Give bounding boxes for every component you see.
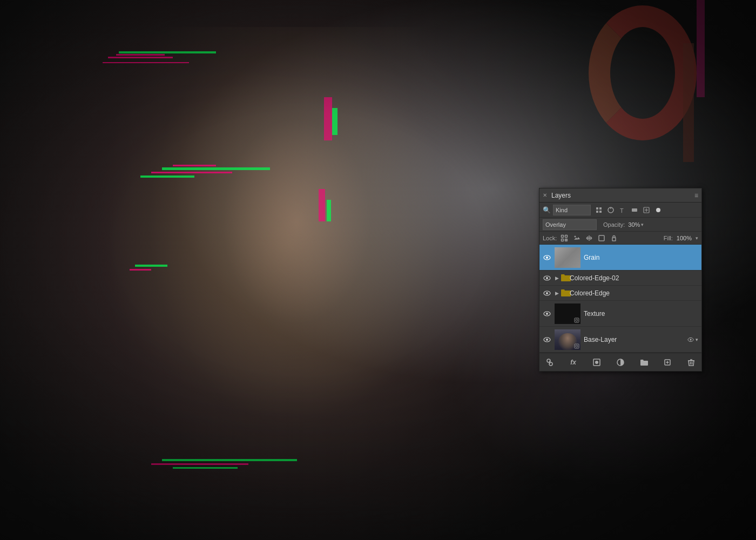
layer-item-group[interactable]: ▶ Colored-Edge bbox=[539, 286, 701, 301]
opacity-chevron[interactable]: ▾ bbox=[641, 222, 644, 227]
layer-item-base[interactable]: Base-Layer ▾ bbox=[539, 327, 701, 353]
glitch-bar bbox=[130, 269, 151, 271]
svg-point-29 bbox=[546, 313, 548, 315]
glitch-bar bbox=[173, 165, 216, 166]
svg-point-37 bbox=[690, 339, 692, 340]
layers-panel: ✕ Layers ≡ 🔍 Kind T bbox=[539, 188, 702, 372]
group-collapse-arrow-2[interactable]: ▶ bbox=[554, 290, 560, 296]
layers-list: Grain ▶ Colored-Edge-02 ▶ Colored-Edge bbox=[539, 245, 701, 353]
fill-value: 100% bbox=[677, 235, 692, 241]
layer-thumbnail-base bbox=[555, 329, 580, 350]
search-icon: 🔍 bbox=[543, 206, 551, 214]
filter-type-icon[interactable]: T bbox=[618, 205, 627, 215]
svg-point-31 bbox=[576, 319, 578, 321]
opacity-label: Opacity: bbox=[603, 221, 625, 228]
layer-extra-icons: ▾ bbox=[687, 336, 698, 343]
panel-close-button[interactable]: ✕ bbox=[543, 193, 548, 198]
folder-icon-2 bbox=[561, 289, 570, 298]
glitch-bar bbox=[162, 459, 297, 461]
filter-dot[interactable] bbox=[653, 205, 663, 215]
svg-rect-10 bbox=[565, 235, 568, 237]
filter-icons: T bbox=[594, 205, 663, 215]
glitch-bar bbox=[116, 54, 165, 56]
svg-rect-20 bbox=[599, 235, 604, 241]
opacity-value: 30% bbox=[628, 221, 640, 228]
lock-label: Lock: bbox=[543, 235, 557, 241]
glitch-bar bbox=[319, 189, 325, 221]
link-layers-button[interactable] bbox=[544, 356, 556, 368]
delete-layer-button[interactable] bbox=[685, 356, 697, 368]
layer-thumbnail-texture bbox=[555, 303, 580, 324]
glitch-bar bbox=[140, 176, 194, 178]
lock-row: Lock: Fill: 100% ▾ bbox=[539, 232, 701, 245]
layer-visibility-texture[interactable] bbox=[543, 309, 551, 318]
layer-name-grain: Grain bbox=[584, 254, 698, 261]
layer-item[interactable]: Grain bbox=[539, 245, 701, 271]
fill-label: Fill: bbox=[664, 235, 673, 241]
layer-visibility-colored-edge[interactable] bbox=[543, 289, 551, 298]
panel-header-left: ✕ Layers bbox=[543, 192, 571, 199]
lock-position-button[interactable] bbox=[584, 233, 594, 243]
filter-shape-icon[interactable] bbox=[630, 205, 639, 215]
layer-collapse-icon[interactable]: ▾ bbox=[696, 337, 698, 342]
glitch-bar bbox=[327, 200, 331, 221]
svg-rect-11 bbox=[562, 239, 564, 241]
add-adjustment-button[interactable] bbox=[615, 356, 626, 368]
svg-point-27 bbox=[546, 292, 548, 294]
glitch-bar bbox=[162, 167, 270, 170]
add-mask-button[interactable] bbox=[591, 356, 603, 368]
filter-adjustment-icon[interactable] bbox=[606, 205, 616, 215]
svg-rect-0 bbox=[596, 207, 598, 210]
svg-point-35 bbox=[576, 345, 578, 347]
layer-visibility-grain[interactable] bbox=[543, 253, 551, 262]
svg-rect-1 bbox=[599, 207, 602, 210]
effects-eye-icon bbox=[687, 336, 694, 343]
layer-item-texture[interactable]: Texture bbox=[539, 301, 701, 327]
filter-smartobj-icon[interactable] bbox=[642, 205, 651, 215]
create-layer-button[interactable] bbox=[662, 356, 673, 368]
glitch-bar bbox=[151, 463, 248, 465]
svg-rect-30 bbox=[575, 318, 579, 322]
layer-effects-button[interactable]: fx bbox=[568, 356, 579, 368]
blend-mode-row: Overlay Opacity: 30% ▾ bbox=[539, 218, 701, 232]
panel-title: Layers bbox=[551, 192, 571, 199]
svg-text:T: T bbox=[620, 207, 624, 214]
layer-visibility-colored-edge-02[interactable] bbox=[543, 274, 551, 282]
glitch-bar bbox=[108, 57, 173, 58]
svg-point-13 bbox=[575, 235, 576, 237]
layer-name-base: Base-Layer bbox=[584, 336, 687, 343]
blend-mode-select[interactable]: Overlay bbox=[543, 219, 597, 230]
deco-circle bbox=[589, 5, 697, 140]
glitch-bar bbox=[119, 51, 216, 53]
group-collapse-arrow[interactable]: ▶ bbox=[554, 275, 560, 281]
svg-rect-7 bbox=[632, 208, 637, 212]
lock-artboard-button[interactable] bbox=[597, 233, 606, 243]
svg-rect-21 bbox=[612, 238, 616, 241]
folder-icon bbox=[561, 274, 570, 282]
layer-name-colored-edge-02: Colored-Edge-02 bbox=[570, 274, 698, 282]
fill-chevron[interactable]: ▾ bbox=[696, 235, 698, 241]
panel-menu-button[interactable]: ≡ bbox=[694, 192, 698, 199]
layer-thumbnail-grain bbox=[555, 247, 580, 268]
lock-all-button[interactable] bbox=[609, 233, 619, 243]
glitch-bar bbox=[173, 467, 238, 469]
svg-rect-9 bbox=[562, 235, 564, 237]
svg-rect-12 bbox=[565, 239, 568, 241]
svg-point-40 bbox=[595, 361, 598, 364]
filter-kind-select[interactable]: Kind bbox=[553, 205, 591, 215]
lock-image-button[interactable] bbox=[572, 233, 582, 243]
glitch-bar bbox=[332, 108, 338, 135]
layer-name-texture: Texture bbox=[584, 310, 698, 318]
lock-transparency-button[interactable] bbox=[559, 233, 569, 243]
filter-pixel-icon[interactable] bbox=[594, 205, 604, 215]
svg-rect-34 bbox=[575, 344, 579, 348]
glitch-bar bbox=[151, 172, 232, 173]
layer-item-group-02[interactable]: ▶ Colored-Edge-02 bbox=[539, 271, 701, 286]
layer-visibility-base[interactable] bbox=[543, 335, 551, 344]
glitch-bar bbox=[135, 265, 167, 267]
create-group-button[interactable] bbox=[638, 356, 650, 368]
svg-point-23 bbox=[546, 256, 548, 259]
filter-row: 🔍 Kind T bbox=[539, 202, 701, 218]
glitch-bar bbox=[103, 62, 189, 63]
svg-rect-2 bbox=[596, 211, 598, 213]
